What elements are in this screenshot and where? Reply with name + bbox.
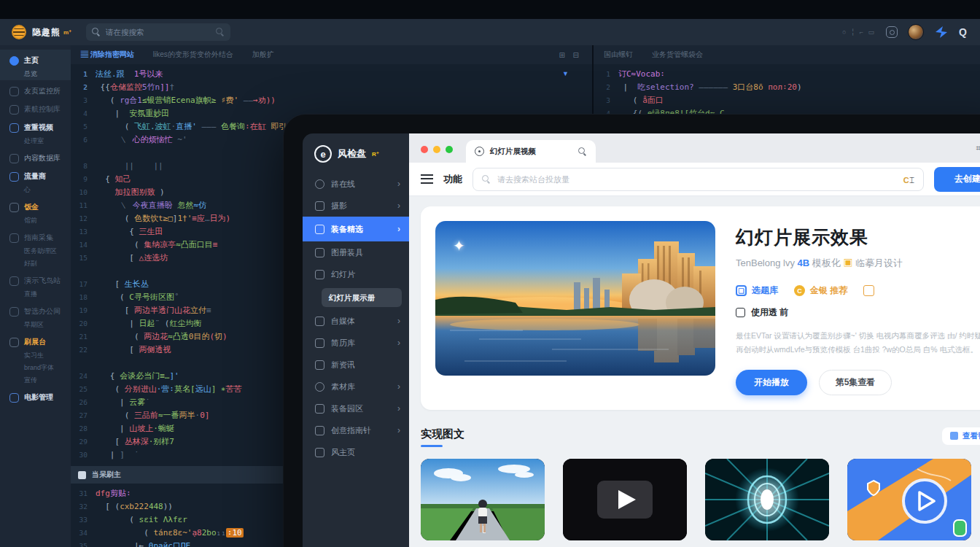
preview-nav-item[interactable]: 装备精选› bbox=[303, 217, 409, 241]
sidebar-item[interactable]: 演示飞鸟站 bbox=[0, 270, 71, 288]
menu-icon[interactable] bbox=[421, 174, 433, 184]
sidebar-item[interactable]: 素航控制库 bbox=[0, 98, 71, 117]
preview-nav-item[interactable]: 风主页 bbox=[303, 441, 409, 463]
gallery-icon bbox=[950, 432, 958, 440]
media-card[interactable]: 前藏编7 bbox=[563, 459, 687, 547]
browser-window-icons[interactable]: ⌗▢ bbox=[976, 144, 980, 153]
preview-sidebar: e 风检盘 R⁺ 路在线›摄影›装备精选›图册装具幻灯片幻灯片展示册自媒体›简历… bbox=[303, 133, 409, 547]
hero-description-line: 最佳EVTar 设置请认为覆盖别步骤~' 切换 电视内幕商覆多评选 由/ 约时疑… bbox=[736, 329, 980, 343]
browser-tab[interactable]: 幻灯片展视频 bbox=[466, 140, 596, 163]
zoom-window-icon[interactable] bbox=[446, 146, 453, 153]
sidebar-item[interactable]: 查重视频 bbox=[0, 117, 71, 135]
scan-icon[interactable]: C bbox=[903, 176, 909, 185]
site-search-input[interactable] bbox=[497, 175, 897, 184]
preview-nav-item[interactable]: 装备园区› bbox=[303, 397, 409, 419]
code-text: ﹨ 今夜直播盼 忽然≈仿 bbox=[96, 199, 206, 212]
line-number: 25 bbox=[71, 383, 96, 396]
sidebar-item[interactable]: 内容数据库 bbox=[0, 147, 71, 166]
preview-nav-subitem[interactable]: 幻灯片展示册 bbox=[322, 288, 402, 307]
media-card[interactable]: 视频 bbox=[847, 459, 971, 547]
user-avatar[interactable] bbox=[908, 24, 924, 40]
preview-logo-badge: R⁺ bbox=[372, 151, 379, 158]
sidebar-subitem[interactable]: 处理室 bbox=[0, 135, 71, 147]
search-trailing-icons[interactable]: C⌶ bbox=[903, 173, 914, 186]
card-thumbnail-photo[interactable] bbox=[421, 459, 545, 540]
monitor-icon bbox=[9, 87, 19, 96]
topbar-search-input[interactable] bbox=[106, 28, 211, 36]
hero-subtitle-segment: ▣ bbox=[843, 257, 852, 268]
preview-logo[interactable]: e 风检盘 R⁺ bbox=[303, 145, 409, 173]
sidebar-subitem[interactable]: 医务助理区 bbox=[0, 245, 71, 257]
app-logo-text: 隐趣熊 bbox=[32, 26, 61, 39]
preview-nav-label: 风主页 bbox=[331, 447, 355, 458]
hero-slideshow-image[interactable]: ✦ bbox=[435, 221, 715, 376]
close-window-icon[interactable] bbox=[421, 146, 428, 153]
window-control-icon[interactable]: ⌗ bbox=[976, 144, 980, 153]
editor-tab[interactable]: 加般扩 bbox=[252, 50, 274, 60]
sidebar-item[interactable]: 饭金 bbox=[0, 196, 71, 214]
line-number: 12 bbox=[71, 212, 96, 225]
sidebar-subitem[interactable]: 心 bbox=[0, 184, 71, 196]
play-button[interactable]: 开始播放 bbox=[736, 370, 807, 395]
editor-tab[interactable]: likes的变形货变价外结合 bbox=[153, 50, 233, 60]
preview-nav-item[interactable]: 简历库› bbox=[303, 332, 409, 354]
q-menu-icon[interactable]: Q bbox=[959, 26, 967, 38]
sidebar-item[interactable]: 刷展台 bbox=[0, 331, 71, 349]
sidebar-subitem[interactable]: brand字体 bbox=[0, 362, 71, 374]
preview-app-window: e 风检盘 R⁺ 路在线›摄影›装备精选›图册装具幻灯片幻灯片展示册自媒体›简历… bbox=[303, 133, 980, 547]
site-search[interactable]: C⌶ bbox=[472, 168, 924, 191]
sidebar-subitem[interactable]: 实习生 bbox=[0, 349, 71, 362]
view-episode-button[interactable]: 第5集查看 bbox=[819, 370, 892, 395]
view-all-link[interactable]: 查看替换 bbox=[942, 427, 980, 445]
sidebar-subitem[interactable]: 宣传 bbox=[0, 374, 71, 387]
create-button[interactable]: 去创建 bbox=[934, 167, 980, 192]
hero-tag[interactable]: C金银 推荐 bbox=[794, 284, 847, 297]
topbar-search[interactable] bbox=[86, 23, 230, 41]
editor-tab[interactable]: ▤ 消除指密网站 bbox=[81, 50, 134, 60]
line-number: 1 bbox=[594, 68, 618, 81]
cursor-icon[interactable]: ⌶ bbox=[909, 175, 914, 185]
sidebar-item-label: 流量商 bbox=[24, 171, 46, 182]
sidebar-item[interactable]: 指南采集 bbox=[0, 227, 71, 245]
filter-icon[interactable]: ▼ bbox=[562, 70, 569, 77]
spark-logo-icon[interactable] bbox=[934, 25, 949, 39]
sidebar-subitem[interactable]: 总览 bbox=[0, 68, 71, 80]
card-thumbnail-map[interactable] bbox=[847, 459, 971, 540]
hero-tag[interactable] bbox=[863, 285, 874, 296]
preview-nav-item[interactable]: 新资讯 bbox=[303, 354, 409, 376]
app-brand[interactable]: 隐趣熊 m⁺ bbox=[0, 25, 73, 39]
preview-nav-item[interactable]: 素材库› bbox=[303, 376, 409, 397]
preview-nav-item[interactable]: 摄影› bbox=[303, 195, 409, 217]
media-card[interactable]: 推寓推拨 bbox=[421, 459, 545, 547]
code-text: | 日起¨ (红尘均衡 bbox=[96, 317, 201, 330]
media-card[interactable]: 视频 bbox=[705, 459, 829, 547]
editor-tab[interactable]: 业务货管螺袋会 bbox=[652, 50, 703, 60]
hero-tag[interactable]: ❑选题库 bbox=[736, 284, 778, 297]
preview-nav-item[interactable]: 路在线› bbox=[303, 173, 409, 195]
minimize-window-icon[interactable] bbox=[433, 146, 440, 153]
preview-nav-item[interactable]: 图册装具 bbox=[303, 241, 409, 263]
sidebar-item[interactable]: 友页监控所 bbox=[0, 80, 71, 98]
card-thumbnail-glow[interactable] bbox=[705, 459, 829, 540]
sidebar-item[interactable]: 智选办公间 bbox=[0, 300, 71, 319]
card-thumbnail-player[interactable] bbox=[563, 459, 687, 540]
editor-tab[interactable]: 国由螺钉 bbox=[604, 50, 633, 60]
preview-nav-item[interactable]: 创意指南针› bbox=[303, 419, 409, 441]
line-number: 29 bbox=[71, 435, 96, 449]
line-number: 20 bbox=[71, 317, 96, 330]
sidebar-subitem[interactable]: 好副 bbox=[0, 257, 71, 270]
split-editor-icons[interactable]: ⊞ ⊟ bbox=[559, 51, 582, 59]
sidebar-subitem[interactable]: 馆前 bbox=[0, 214, 71, 227]
code-line: 1订C≈Vocab∶ bbox=[594, 68, 980, 81]
camera-icon[interactable] bbox=[886, 26, 898, 38]
hero-subtitle-segment: 4B bbox=[798, 257, 810, 268]
sidebar-item[interactable]: 电影管理 bbox=[0, 387, 71, 405]
sidebar-subitem[interactable]: 早期区 bbox=[0, 319, 71, 331]
sidebar-item[interactable]: 流量商 bbox=[0, 166, 71, 184]
sidebar-item[interactable]: 主页 bbox=[0, 50, 71, 68]
preview-nav-item[interactable]: 自媒体› bbox=[303, 310, 409, 332]
site-toolbar: 功能 C⌶ 去创建 bbox=[409, 163, 980, 196]
sidebar-item-label: 友页监控所 bbox=[24, 86, 61, 96]
sidebar-subitem[interactable]: 直播 bbox=[0, 288, 71, 300]
preview-nav-item[interactable]: 幻灯片 bbox=[303, 263, 409, 285]
